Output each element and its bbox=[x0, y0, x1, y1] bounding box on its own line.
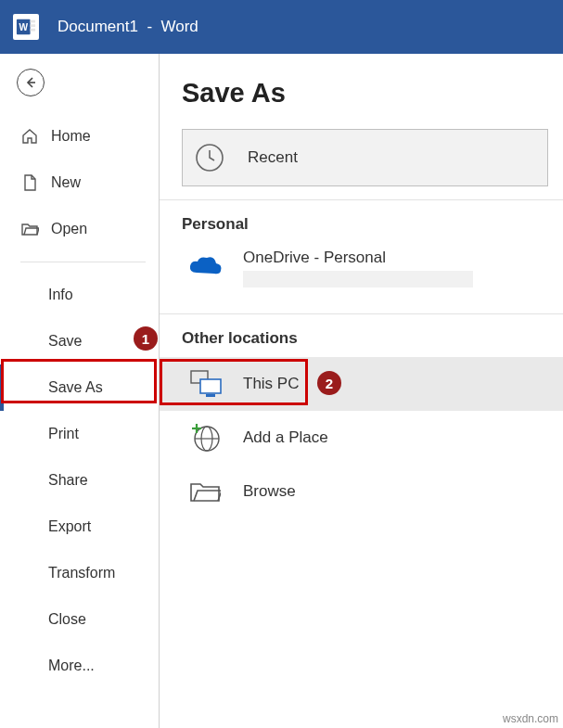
sidebar-label: Open bbox=[51, 221, 87, 237]
watermark: wsxdn.com bbox=[503, 712, 558, 725]
sidebar-item-more[interactable]: More... bbox=[0, 643, 159, 689]
page-title: Save As bbox=[160, 78, 563, 129]
svg-rect-2 bbox=[31, 20, 36, 23]
sidebar-label: Share bbox=[48, 472, 88, 489]
sidebar-label: Save As bbox=[48, 379, 103, 396]
onedrive-cloud-icon bbox=[187, 249, 223, 284]
sidebar-item-share[interactable]: Share bbox=[0, 457, 159, 504]
sidebar-label: Home bbox=[51, 128, 91, 145]
location-browse[interactable]: Browse bbox=[182, 465, 548, 518]
sidebar-item-saveas[interactable]: Save As bbox=[0, 364, 159, 411]
sidebar-item-transform[interactable]: Transform bbox=[0, 550, 159, 596]
location-addplace[interactable]: Add a Place bbox=[182, 411, 548, 465]
sidebar-item-export[interactable]: Export bbox=[0, 504, 159, 550]
window-title: Document1 - Word bbox=[58, 18, 198, 36]
location-label: OneDrive - Personal bbox=[243, 249, 473, 267]
sidebar-label: Close bbox=[48, 611, 86, 628]
location-label: Add a Place bbox=[243, 428, 328, 447]
location-label: This PC bbox=[243, 375, 299, 393]
location-label: Recent bbox=[248, 148, 298, 167]
word-app-icon: W bbox=[13, 14, 39, 40]
new-doc-icon bbox=[20, 173, 39, 192]
sidebar-label: Info bbox=[48, 287, 73, 303]
open-folder-icon bbox=[20, 220, 39, 238]
home-icon bbox=[20, 127, 39, 146]
location-label: Browse bbox=[243, 482, 296, 501]
sidebar-item-print[interactable]: Print bbox=[0, 411, 159, 457]
onedrive-account-blur bbox=[243, 271, 473, 287]
sidebar-divider bbox=[20, 262, 146, 262]
addplace-globe-icon bbox=[187, 420, 223, 455]
sidebar-item-info[interactable]: Info bbox=[0, 272, 159, 318]
recent-clock-icon bbox=[192, 140, 227, 175]
sidebar-item-close[interactable]: Close bbox=[0, 596, 159, 643]
back-button[interactable] bbox=[17, 69, 45, 96]
sidebar-label: Export bbox=[48, 518, 91, 535]
sidebar-item-open[interactable]: Open bbox=[0, 206, 159, 252]
sidebar-item-save[interactable]: Save bbox=[0, 318, 159, 364]
back-arrow-icon bbox=[23, 75, 38, 90]
section-header-other: Other locations bbox=[182, 314, 548, 357]
sidebar-label: Print bbox=[48, 426, 79, 442]
svg-rect-4 bbox=[31, 29, 36, 32]
section-header-personal: Personal bbox=[182, 200, 548, 243]
browse-folder-icon bbox=[187, 474, 223, 509]
backstage-sidebar: Home New Open Info Save Save As Print Sh… bbox=[0, 54, 160, 728]
sidebar-label: Transform bbox=[48, 565, 115, 581]
sidebar-label: More... bbox=[48, 658, 95, 674]
sidebar-label: Save bbox=[48, 333, 82, 350]
sidebar-item-home[interactable]: Home bbox=[0, 113, 159, 160]
svg-rect-3 bbox=[31, 24, 36, 27]
location-recent[interactable]: Recent bbox=[182, 129, 548, 186]
svg-rect-9 bbox=[206, 394, 215, 397]
saveas-content: Save As Recent Personal OneDrive - Perso… bbox=[160, 54, 563, 728]
annotation-badge-2: 2 bbox=[317, 371, 341, 395]
svg-text:W: W bbox=[19, 22, 28, 32]
location-thispc[interactable]: This PC 2 bbox=[160, 357, 563, 411]
sidebar-item-new[interactable]: New bbox=[0, 160, 159, 206]
sidebar-label: New bbox=[51, 174, 81, 191]
title-bar: W Document1 - Word bbox=[0, 0, 563, 54]
svg-rect-8 bbox=[200, 379, 221, 393]
location-onedrive[interactable]: OneDrive - Personal bbox=[182, 243, 548, 297]
thispc-icon bbox=[187, 366, 223, 402]
